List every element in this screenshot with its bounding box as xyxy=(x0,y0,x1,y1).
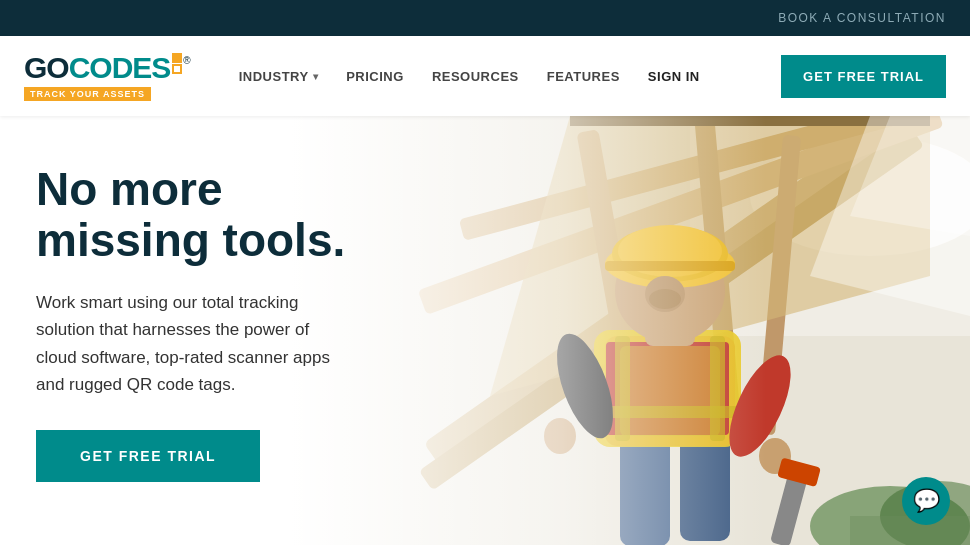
nav-item-industry[interactable]: INDUSTRY ▾ xyxy=(239,69,318,84)
hero-content: No more missing tools. Work smart using … xyxy=(0,116,400,545)
navbar: GO CODES ® TRACK YOUR ASSETS INDUSTRY ▾ … xyxy=(0,36,970,116)
hero-section: No more missing tools. Work smart using … xyxy=(0,116,970,545)
hero-heading: No more missing tools. xyxy=(36,164,364,265)
logo-codes: CODES xyxy=(69,51,171,85)
top-bar: BOOK A CONSULTATION xyxy=(0,0,970,36)
logo-registered: ® xyxy=(183,55,190,66)
hero-description: Work smart using our total tracking solu… xyxy=(36,289,336,398)
logo-square-filled xyxy=(172,53,182,63)
chat-widget-button[interactable]: 💬 xyxy=(902,477,950,525)
logo-square-outline xyxy=(172,64,182,74)
nav-item-features[interactable]: FEATURES xyxy=(547,69,620,84)
nav-item-pricing[interactable]: PRICING xyxy=(346,69,404,84)
logo-tagline: TRACK YOUR ASSETS xyxy=(24,87,151,101)
nav-item-resources[interactable]: RESOURCES xyxy=(432,69,519,84)
logo-squares xyxy=(172,53,182,74)
nav-links: INDUSTRY ▾ PRICING RESOURCES FEATURES SI… xyxy=(239,69,781,84)
logo[interactable]: GO CODES ® TRACK YOUR ASSETS xyxy=(24,51,191,101)
logo-go: GO xyxy=(24,51,69,85)
consultation-link[interactable]: BOOK A CONSULTATION xyxy=(778,11,946,25)
hero-cta-button[interactable]: GET FREE TRIAL xyxy=(36,430,260,482)
nav-cta-button[interactable]: GET FREE TRIAL xyxy=(781,55,946,98)
logo-line: GO CODES ® xyxy=(24,51,191,85)
chevron-down-icon: ▾ xyxy=(313,71,319,82)
nav-item-signin[interactable]: SIGN IN xyxy=(648,69,700,84)
chat-icon: 💬 xyxy=(913,488,940,514)
